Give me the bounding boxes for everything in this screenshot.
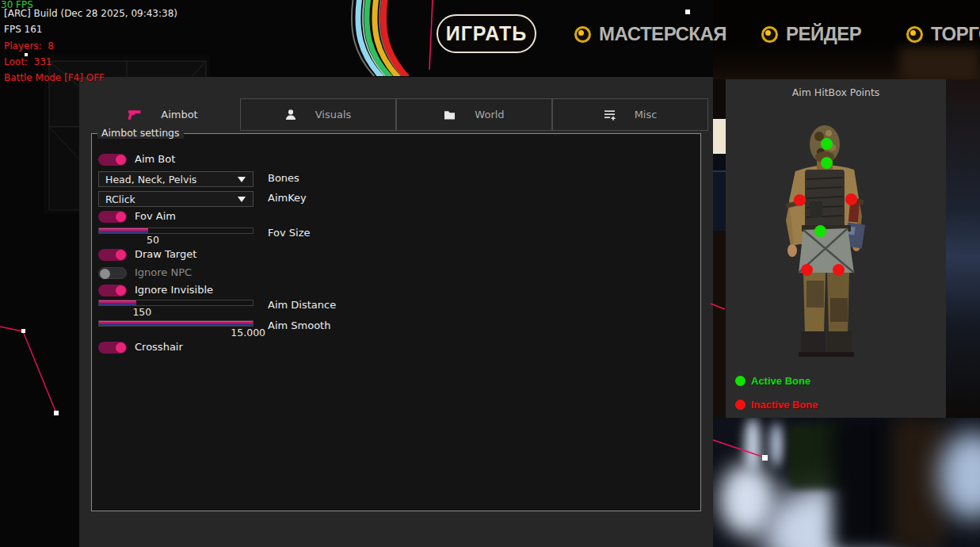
- esp-lines-overlay: [0, 0, 980, 547]
- hud-fps-line: FPS 161: [4, 24, 42, 35]
- hud-battle-mode-line: Battle Mode [F4] OFF: [4, 72, 105, 83]
- screen: 30 FPS [ARC] Build (Dec 28 2025, 09:43:3…: [0, 0, 980, 547]
- hud-loot-line: Loot: 331: [4, 56, 51, 67]
- hud-build-line: [ARC] Build (Dec 28 2025, 09:43:38): [4, 8, 177, 19]
- hud-players-line: Players: 8: [4, 40, 54, 52]
